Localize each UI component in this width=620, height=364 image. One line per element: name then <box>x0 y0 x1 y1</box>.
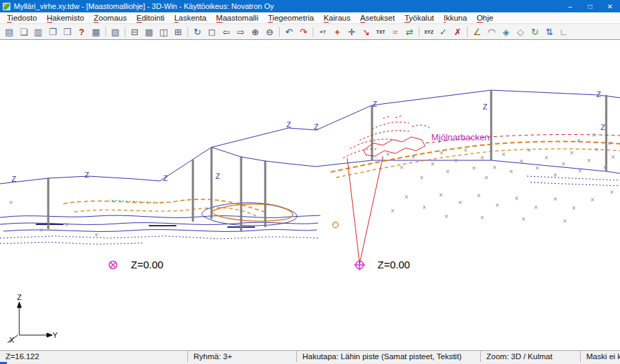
menu-maastomalli[interactable]: Maastomalli <box>211 14 263 22</box>
frame-view-button[interactable]: ◫ <box>156 25 171 39</box>
title-bar[interactable]: Mylläri_virhe.xy.tdw - [Maastomalliohje]… <box>0 0 620 12</box>
svg-text:×: × <box>578 167 582 175</box>
status-zoom: Zoom: 3D / Kulmat <box>480 351 580 362</box>
menu-tiegeometria[interactable]: Tiegeometria <box>263 14 319 22</box>
add-point-button[interactable]: + <box>330 25 344 39</box>
svg-text:×: × <box>608 140 612 147</box>
angle-tool-button[interactable]: ∠ <box>470 25 484 39</box>
image-view-button[interactable]: ▩ <box>142 25 156 39</box>
menu-laskenta[interactable]: Laskenta <box>169 14 211 22</box>
measure-tool-button[interactable]: ∟ <box>557 25 571 39</box>
toolbar-separator <box>313 27 313 37</box>
status-group: Ryhmä: 3+ <box>187 351 296 362</box>
print-button[interactable]: ⊟ <box>127 25 142 39</box>
sort-tool-button[interactable]: ⇅ <box>542 25 557 39</box>
svg-text:Z: Z <box>597 90 601 98</box>
undo-button[interactable]: ↶ <box>282 25 296 39</box>
zoom-next-button[interactable]: ⇨ <box>234 25 248 39</box>
axis-indicator: ZYX <box>8 293 58 344</box>
svg-text:×: × <box>480 154 484 162</box>
menu-tykalut[interactable]: Työkalut <box>400 14 439 22</box>
append-file-button[interactable]: ❒ <box>60 25 74 39</box>
read-file-button[interactable]: ▤ <box>2 25 17 39</box>
drawing-canvas[interactable]: ××××××××××××××××××××××××××××××××××××××××… <box>0 40 620 350</box>
svg-text:×: × <box>480 214 484 222</box>
menu-kairaus[interactable]: Kairaus <box>319 14 355 22</box>
svg-text:×: × <box>534 204 538 211</box>
zoom-previous-button[interactable]: ⇦ <box>219 25 234 39</box>
svg-text:×: × <box>65 221 69 228</box>
menu-asetukset[interactable]: Asetukset <box>355 14 400 22</box>
svg-text:×: × <box>502 151 506 158</box>
svg-text:×: × <box>509 168 513 175</box>
recalculate-button[interactable]: ↻ <box>528 25 542 39</box>
main-toolbar: ▤❏▥❐❒?▦▧⊟▩◫⊞↻◻⇦⇨⊕⊖↶↷+?+✛↘TXT≈⇄XYZ✓✗∠◠◈◇↻… <box>0 24 620 40</box>
window-title: Mylläri_virhe.xy.tdw - [Maastomalliohje]… <box>14 2 560 10</box>
move-point-button[interactable]: ✛ <box>344 25 359 39</box>
raster-grid-button[interactable]: ⊞ <box>171 25 185 39</box>
svg-text:×: × <box>477 192 481 200</box>
toolbar-separator <box>105 27 106 37</box>
file-list-button[interactable]: ▦ <box>89 25 103 39</box>
svg-text:×: × <box>440 149 444 157</box>
zoom-window-button[interactable]: ◻ <box>205 25 219 39</box>
terrain-network <box>0 90 620 184</box>
svg-text:×: × <box>610 189 614 196</box>
toolbar-separator <box>187 27 188 37</box>
svg-text:×: × <box>590 196 595 204</box>
orange-point <box>333 222 338 228</box>
zoom-out-button[interactable]: ⊖ <box>262 25 277 39</box>
svg-text:Z: Z <box>373 100 378 108</box>
menu-ikkuna[interactable]: Ikkuna <box>439 14 472 22</box>
point-search-button[interactable]: +? <box>316 25 330 39</box>
file-info-button[interactable]: ? <box>74 25 89 39</box>
svg-text:×: × <box>595 146 599 153</box>
svg-text:×: × <box>454 157 458 164</box>
menu-hakemisto[interactable]: Hakemisto <box>42 14 89 22</box>
reject-check-button[interactable]: ✗ <box>451 25 465 39</box>
zoom-all-button[interactable]: ↻ <box>190 25 205 39</box>
menu-zoomaus[interactable]: Zoomaus <box>89 14 132 22</box>
svg-text:Z: Z <box>12 175 17 183</box>
svg-text:×: × <box>386 151 390 158</box>
close-button[interactable]: ✕ <box>600 0 620 12</box>
svg-text:×: × <box>439 191 443 199</box>
zoom-in-button[interactable]: ⊕ <box>248 25 262 39</box>
minimize-button[interactable]: – <box>560 0 580 12</box>
design-lines-orange <box>63 142 620 228</box>
svg-text:Z: Z <box>314 122 319 131</box>
swap-tool-button[interactable]: ⇄ <box>402 25 417 39</box>
menu-ohje[interactable]: Ohje <box>472 14 498 22</box>
text-tool-button[interactable]: TXT <box>373 25 388 39</box>
xyz-coords-button[interactable]: XYZ <box>422 25 436 39</box>
svg-text:×: × <box>9 199 13 206</box>
svg-text:×: × <box>484 174 488 182</box>
app-window: Mylläri_virhe.xy.tdw - [Maastomalliohje]… <box>0 0 620 364</box>
approve-check-button[interactable]: ✓ <box>436 25 451 39</box>
write-file-button[interactable]: ▥ <box>31 25 45 39</box>
drawing-canvas-svg: ××××××××××××××××××××××××××××××××××××××××… <box>0 40 620 347</box>
svg-text:×: × <box>572 204 576 212</box>
wire-model-button[interactable]: ◇ <box>513 25 528 39</box>
arc-tool-button[interactable]: ◠ <box>484 25 499 39</box>
snap-point-button[interactable]: ↘ <box>359 25 373 39</box>
svg-text:×: × <box>404 193 409 201</box>
svg-text:Z: Z <box>601 123 606 131</box>
new-document-button[interactable]: ▧ <box>108 25 123 39</box>
svg-text:×: × <box>515 195 519 202</box>
menu-tiedosto[interactable]: Tiedosto <box>2 14 42 22</box>
surface-model-button[interactable]: ◈ <box>499 25 513 39</box>
svg-text:Z: Z <box>85 171 90 179</box>
svg-text:×: × <box>577 137 581 144</box>
area-label: Mjölnarbacken <box>431 132 490 142</box>
copy-file-button[interactable]: ❐ <box>45 25 60 39</box>
svg-text:×: × <box>611 153 615 161</box>
zero-level-markers[interactable]: Z=0.00Z=0.00 <box>110 259 411 270</box>
scatter-marks: ××××××××××××××××××××××××××××××××××××××××… <box>9 131 615 239</box>
read-directory-button[interactable]: ❏ <box>17 25 31 39</box>
svg-text:×: × <box>561 160 566 168</box>
maximize-button[interactable]: □ <box>580 0 600 12</box>
menu-editointi[interactable]: Editointi <box>132 14 169 22</box>
redo-button[interactable]: ↷ <box>296 25 311 39</box>
profile-tool-button[interactable]: ≈ <box>388 25 402 39</box>
